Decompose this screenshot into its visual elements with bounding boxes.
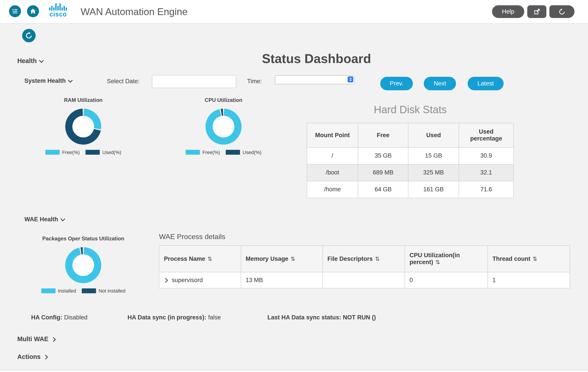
ha-config-status: HA Config:Disabled xyxy=(31,314,87,321)
section-multi-wae[interactable]: Multi WAE xyxy=(17,336,55,343)
cell-thread-count: 1 xyxy=(488,272,570,288)
section-health[interactable]: Health xyxy=(17,57,43,65)
section-actions[interactable]: Actions xyxy=(17,353,48,361)
cell-used: 161 GB xyxy=(408,181,459,198)
cell-mount: / xyxy=(307,147,358,164)
col-used: Used xyxy=(408,123,459,147)
cisco-bars-icon xyxy=(49,3,67,11)
cell-pct: 71.6 xyxy=(459,181,514,198)
cell-process-name: supervisord xyxy=(159,272,241,288)
page-title: Status Dashboard xyxy=(0,51,588,66)
col-thread-count[interactable]: Thread count⇅ xyxy=(488,245,570,272)
table-header-row: Mount Point Free Used Used percentage xyxy=(307,123,514,147)
col-cpu-utilization[interactable]: CPU Utilization(in percent)⇅ xyxy=(405,245,488,272)
header-actions: Help xyxy=(492,5,574,18)
chart-legend: Free(%) Used(%) xyxy=(178,149,268,155)
prev-button[interactable]: Prev. xyxy=(380,77,413,90)
app-title: WAN Automation Engine xyxy=(81,0,188,23)
ram-utilization-chart: RAM Utilization Free(%) Used(%) xyxy=(38,97,128,155)
ha-config-value: Disabled xyxy=(64,314,87,321)
table-header-row: Process Name⇅ Memory Usage⇅ File Descrip… xyxy=(159,245,570,272)
refresh-button[interactable] xyxy=(22,29,36,42)
legend-swatch-used xyxy=(226,150,240,155)
hard-disk-table: Mount Point Free Used Used percentage / … xyxy=(307,123,514,198)
sort-icon[interactable]: ⇅ xyxy=(291,255,295,262)
expand-row-icon[interactable] xyxy=(163,278,168,282)
section-health-label: Health xyxy=(17,57,37,64)
chart-title: CPU Utilization xyxy=(178,97,268,103)
bottom-divider xyxy=(0,370,588,372)
ha-data-sync-status: HA Data sync (in progress):false xyxy=(127,314,221,321)
chevron-down-icon xyxy=(61,217,65,221)
legend-swatch-free xyxy=(186,150,200,155)
chart-title: Packages Oper Status Utilization xyxy=(38,235,128,241)
main-content: Status Dashboard Health System Health Se… xyxy=(0,23,588,372)
refresh-icon xyxy=(25,32,33,39)
wae-process-details-title: WAE Process details xyxy=(159,233,225,241)
chevron-down-icon xyxy=(39,58,44,63)
section-wae-health[interactable]: WAE Health xyxy=(24,216,64,223)
chart-legend: Installed Not installed xyxy=(38,288,128,294)
cell-memory-usage: 13 MB xyxy=(241,272,323,288)
hard-disk-stats-title: Hard Disk Stats xyxy=(307,104,514,116)
col-file-descriptors[interactable]: File Descriptors⇅ xyxy=(323,245,405,272)
app-header: cisco WAN Automation Engine Help xyxy=(0,0,588,23)
section-actions-label: Actions xyxy=(17,353,41,360)
help-button[interactable]: Help xyxy=(492,5,524,18)
cell-file-descriptors xyxy=(323,272,405,288)
section-system-health-label: System Health xyxy=(24,78,66,84)
cisco-brand-text: cisco xyxy=(50,11,67,18)
cell-pct: 30.9 xyxy=(459,147,514,164)
sort-icon[interactable]: ⇅ xyxy=(208,255,212,262)
export-button[interactable] xyxy=(527,5,546,18)
sort-icon[interactable]: ⇅ xyxy=(375,255,379,262)
legend-swatch-not-installed xyxy=(82,288,96,293)
table-row: /home 64 GB 161 GB 71.6 xyxy=(307,181,514,198)
packages-oper-status-chart: Packages Oper Status Utilization Install… xyxy=(38,235,128,294)
ha-last-sync-status: Last HA Data sync status: NOT RUN () xyxy=(267,314,376,321)
col-process-name[interactable]: Process Name⇅ xyxy=(159,245,241,272)
cell-used: 325 MB xyxy=(408,164,459,181)
col-memory-usage[interactable]: Memory Usage⇅ xyxy=(241,245,323,272)
time-select[interactable] xyxy=(275,75,355,84)
cisco-logo: cisco xyxy=(49,3,67,18)
select-stepper-icon xyxy=(347,76,353,82)
home-button[interactable] xyxy=(27,5,39,17)
col-free: Free xyxy=(358,123,408,147)
home-icon xyxy=(30,8,36,14)
legend-swatch-installed xyxy=(41,288,55,293)
history-icon xyxy=(558,8,566,15)
chart-title: RAM Utilization xyxy=(38,97,128,103)
date-input[interactable] xyxy=(152,75,236,88)
next-button[interactable]: Next xyxy=(424,77,456,90)
chart-legend: Free(%) Used(%) xyxy=(38,149,128,155)
menu-icon xyxy=(11,8,18,14)
cpu-donut xyxy=(203,106,244,147)
ha-sync-label: HA Data sync (in progress): xyxy=(127,314,206,321)
legend-label-used: Used(%) xyxy=(102,149,121,155)
screen: cisco WAN Automation Engine Help xyxy=(0,0,588,372)
cell-mount: /boot xyxy=(307,164,358,181)
chevron-down-icon xyxy=(68,78,73,82)
cell-used: 15 GB xyxy=(408,147,459,164)
cell-cpu-utilization: 0 xyxy=(405,272,488,288)
sort-icon[interactable]: ⇅ xyxy=(435,259,440,265)
cell-mount: /home xyxy=(307,181,358,198)
history-button[interactable] xyxy=(549,5,574,18)
legend-label-free: Free(%) xyxy=(202,149,220,155)
chevron-right-icon xyxy=(51,337,56,342)
cell-free: 689 MB xyxy=(358,164,408,181)
ram-donut xyxy=(63,106,104,147)
cell-free: 64 GB xyxy=(358,181,408,198)
legend-label-free: Free(%) xyxy=(62,149,80,155)
latest-button[interactable]: Latest xyxy=(468,77,504,90)
section-system-health[interactable]: System Health xyxy=(24,78,72,84)
cell-free: 35 GB xyxy=(358,147,408,164)
table-row: / 35 GB 15 GB 30.9 xyxy=(307,147,514,164)
menu-button[interactable] xyxy=(9,5,21,17)
ha-config-label: HA Config: xyxy=(31,314,62,321)
viewport: cisco WAN Automation Engine Help xyxy=(0,0,588,372)
legend-label-used: Used(%) xyxy=(242,149,261,155)
select-date-label: Select Date: xyxy=(107,78,140,85)
sort-icon[interactable]: ⇅ xyxy=(533,255,537,262)
